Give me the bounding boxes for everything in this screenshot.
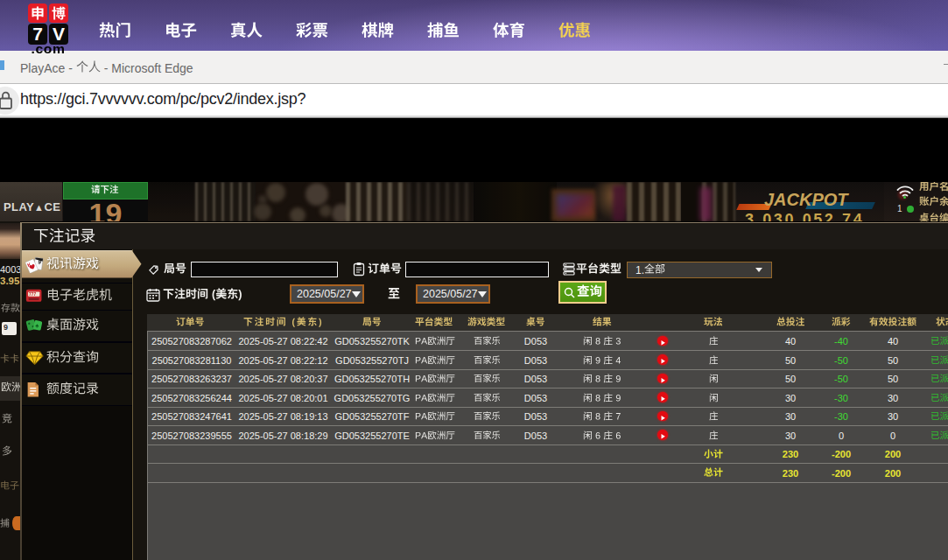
svg-text:777: 777 <box>29 292 36 297</box>
